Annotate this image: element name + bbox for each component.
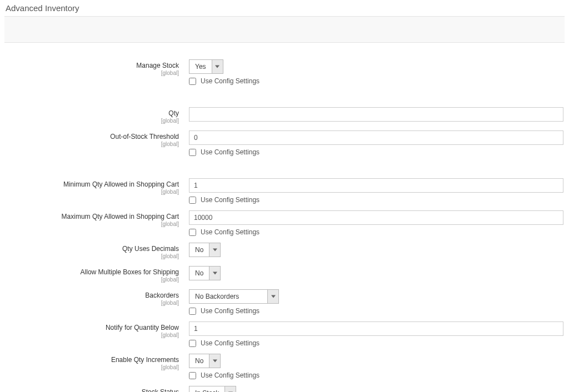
min-qty-config-checkbox[interactable] xyxy=(189,197,196,204)
backorders-label: Backorders xyxy=(145,292,179,299)
scope-label: [global] xyxy=(6,118,179,124)
notify-below-input[interactable] xyxy=(189,321,563,336)
min-qty-label: Minimum Qty Allowed in Shopping Cart xyxy=(63,180,179,188)
chevron-down-icon xyxy=(267,290,278,303)
backorders-config-row[interactable]: Use Config Settings xyxy=(189,307,563,315)
min-qty-input[interactable] xyxy=(189,178,563,193)
max-qty-label: Maximum Qty Allowed in Shopping Cart xyxy=(62,213,179,220)
qty-label: Qty xyxy=(168,109,179,117)
backorders-select[interactable]: No Backorders xyxy=(189,289,279,304)
min-qty-config-row[interactable]: Use Config Settings xyxy=(189,196,563,204)
max-qty-input[interactable] xyxy=(189,210,563,225)
manage-stock-config-row[interactable]: Use Config Settings xyxy=(189,77,563,85)
qty-incr-value: No xyxy=(189,354,209,368)
header-band xyxy=(4,16,565,43)
qty-decimals-select[interactable]: No xyxy=(189,243,221,257)
scope-label: [global] xyxy=(6,332,179,338)
qty-incr-label: Enable Qty Increments xyxy=(111,356,179,364)
scope-label: [global] xyxy=(6,253,179,259)
manage-stock-select[interactable]: Yes xyxy=(189,59,223,74)
multi-boxes-value: No xyxy=(189,267,209,280)
page-title: Advanced Inventory xyxy=(0,0,569,16)
scope-label: [global] xyxy=(6,189,179,195)
stock-status-select[interactable]: In Stock xyxy=(189,386,236,392)
advanced-inventory-form: Manage Stock [global] Yes Use Config Set… xyxy=(0,43,569,392)
qty-incr-select[interactable]: No xyxy=(189,354,221,368)
config-label: Use Config Settings xyxy=(201,77,259,85)
config-label: Use Config Settings xyxy=(201,228,259,236)
config-label: Use Config Settings xyxy=(201,196,259,204)
chevron-down-icon xyxy=(224,386,236,392)
chevron-down-icon xyxy=(212,60,223,73)
scope-label: [global] xyxy=(6,364,179,370)
oos-threshold-input[interactable] xyxy=(189,130,563,145)
config-label: Use Config Settings xyxy=(201,307,259,315)
chevron-down-icon xyxy=(209,267,220,280)
scope-label: [global] xyxy=(6,300,179,306)
manage-stock-label: Manage Stock xyxy=(136,62,179,69)
manage-stock-config-checkbox[interactable] xyxy=(189,78,196,85)
backorders-config-checkbox[interactable] xyxy=(189,308,196,315)
max-qty-config-row[interactable]: Use Config Settings xyxy=(189,228,563,236)
notify-below-config-checkbox[interactable] xyxy=(189,340,196,347)
notify-below-config-row[interactable]: Use Config Settings xyxy=(189,339,563,347)
multi-boxes-select[interactable]: No xyxy=(189,266,221,280)
qty-input[interactable] xyxy=(189,107,563,122)
scope-label: [global] xyxy=(6,70,179,76)
qty-incr-config-checkbox[interactable] xyxy=(189,372,196,379)
oos-threshold-label: Out-of-Stock Threshold xyxy=(110,133,179,140)
config-label: Use Config Settings xyxy=(201,339,259,347)
oos-threshold-config-checkbox[interactable] xyxy=(189,149,196,156)
qty-decimals-label: Qty Uses Decimals xyxy=(122,245,179,253)
chevron-down-icon xyxy=(209,354,220,368)
qty-decimals-value: No xyxy=(189,243,209,257)
multi-boxes-label: Allow Multiple Boxes for Shipping xyxy=(81,268,179,276)
stock-status-value: In Stock xyxy=(189,386,224,392)
chevron-down-icon xyxy=(209,243,220,257)
scope-label: [global] xyxy=(6,221,179,227)
qty-incr-config-row[interactable]: Use Config Settings xyxy=(189,371,563,379)
config-label: Use Config Settings xyxy=(201,148,259,156)
config-label: Use Config Settings xyxy=(201,371,259,379)
max-qty-config-checkbox[interactable] xyxy=(189,229,196,236)
scope-label: [global] xyxy=(6,141,179,147)
scope-label: [global] xyxy=(6,277,179,283)
manage-stock-value: Yes xyxy=(189,60,212,73)
oos-threshold-config-row[interactable]: Use Config Settings xyxy=(189,148,563,156)
notify-below-label: Notify for Quantity Below xyxy=(106,324,179,331)
stock-status-label: Stock Status xyxy=(142,388,179,392)
backorders-value: No Backorders xyxy=(189,290,267,303)
